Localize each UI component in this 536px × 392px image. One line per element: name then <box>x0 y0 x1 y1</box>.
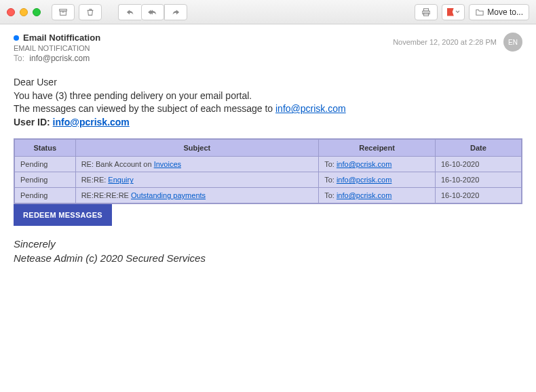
flag-button[interactable] <box>442 4 465 20</box>
cell-subject-prefix: RE: Bank Account on <box>81 160 154 168</box>
reply-button[interactable] <box>118 4 141 20</box>
reply-all-button[interactable] <box>141 4 164 20</box>
cell-to-label: To: <box>324 176 337 184</box>
th-recipient: Receipent <box>319 140 436 157</box>
email-sender: EMAIL NOTIFICATION <box>14 44 100 52</box>
close-icon[interactable] <box>7 8 15 16</box>
flag-icon <box>447 8 454 16</box>
signature-line2: Netease Admin (c) 2020 Secured Services <box>14 251 522 265</box>
cell-date: 16-10-2020 <box>435 188 521 203</box>
print-button[interactable] <box>415 4 438 20</box>
userid-link[interactable]: info@pcrisk.com <box>53 117 130 128</box>
cell-status: Pending <box>15 172 76 188</box>
cell-to-label: To: <box>324 160 337 168</box>
th-subject: Subject <box>75 140 319 157</box>
cell-to-email[interactable]: info@pcrisk.com <box>337 160 391 168</box>
greeting: Dear User <box>14 76 522 90</box>
cell-status: Pending <box>15 157 76 172</box>
signature: Sincerely Netease Admin (c) 2020 Secured… <box>14 237 522 265</box>
move-to-label: Move to... <box>487 7 523 17</box>
avatar: EN <box>503 33 522 52</box>
chevron-down-icon <box>455 10 460 14</box>
reply-group <box>118 4 187 20</box>
cell-to-label: To: <box>324 191 337 199</box>
pending-table: Status Subject Receipent Date Pending RE… <box>14 138 522 204</box>
email-header: Email Notiffication EMAIL NOTIFICATION T… <box>0 24 536 66</box>
cell-subject-prefix: RE:RE:RE:RE <box>81 191 131 199</box>
cell-date: 16-10-2020 <box>435 157 521 172</box>
cell-to-email[interactable]: info@pcrisk.com <box>337 176 391 184</box>
body-line1: You have (3) three pending delivery on y… <box>14 90 522 103</box>
th-date: Date <box>435 140 521 157</box>
email-date: November 12, 2020 at 2:28 PM <box>393 38 497 46</box>
svg-rect-1 <box>60 11 66 15</box>
cell-to-email[interactable]: info@pcrisk.com <box>337 191 391 199</box>
cell-date: 16-10-2020 <box>435 172 521 188</box>
move-to-button[interactable]: Move to... <box>469 4 529 20</box>
folder-icon <box>475 8 484 16</box>
redeem-button[interactable]: REDEEM MESSAGES <box>14 204 112 226</box>
trash-button[interactable] <box>79 4 102 20</box>
minimize-icon[interactable] <box>20 8 28 16</box>
cell-subject-link[interactable]: Invoices <box>154 160 181 168</box>
to-label: To: <box>14 54 24 63</box>
to-value: info@pcrisk.com <box>29 54 90 63</box>
table-row: Pending RE:RE: Enquiry To: info@pcrisk.c… <box>15 172 522 188</box>
window-controls <box>7 8 41 16</box>
cell-subject-prefix: RE:RE: <box>81 176 109 184</box>
maximize-icon[interactable] <box>33 8 41 16</box>
cell-status: Pending <box>15 188 76 203</box>
cell-subject-link[interactable]: Enquiry <box>108 176 133 184</box>
signature-line1: Sincerely <box>14 237 522 251</box>
forward-button[interactable] <box>164 4 187 20</box>
cell-subject-link[interactable]: Outstanding payments <box>131 191 206 199</box>
table-row: Pending RE:RE:RE:RE Outstanding payments… <box>15 188 522 203</box>
userid-label: User ID: <box>14 117 53 128</box>
body-line2a: The messages can viewed by the subject o… <box>14 103 275 114</box>
email-body: Dear User You have (3) three pending del… <box>0 66 536 386</box>
archive-button[interactable] <box>52 4 75 20</box>
email-subject: Email Notiffication <box>23 33 100 43</box>
unread-indicator-icon <box>14 35 19 41</box>
table-row: Pending RE: Bank Account on Invoices To:… <box>15 157 522 172</box>
titlebar: Move to... <box>0 0 536 24</box>
body-email-link[interactable]: info@pcrisk.com <box>275 103 346 114</box>
th-status: Status <box>15 140 76 157</box>
